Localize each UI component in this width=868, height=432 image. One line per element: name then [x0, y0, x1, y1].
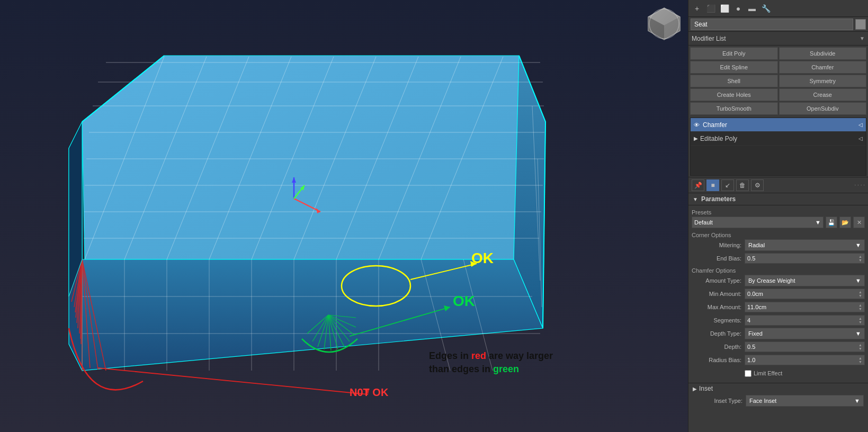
btn-symmetry[interactable]: Symmetry — [779, 75, 867, 87]
move-up-button[interactable]: ↙ — [721, 179, 734, 191]
camera-icon[interactable]: ▬ — [747, 4, 757, 13]
editable-poly-pin-icon[interactable]: ◁ — [858, 136, 863, 141]
mitering-label: Mitering: — [692, 242, 745, 248]
inset-header: ▶ Inset — [688, 383, 868, 394]
amount-type-row: Amount Type: By Crease Weight ▼ — [692, 275, 865, 286]
amount-type-dropdown[interactable]: By Crease Weight ▼ — [745, 275, 865, 286]
stack-item-editable-poly[interactable]: ▶ Editable Poly ◁ — [691, 132, 866, 146]
stack-item-chamfer[interactable]: 👁 Chamfer ◁ — [691, 118, 866, 132]
parameters-arrow-icon: ▼ — [693, 196, 698, 202]
radius-bias-down[interactable]: ▼ — [858, 360, 862, 364]
segments-label: Segments: — [692, 317, 745, 323]
modifier-active-button[interactable]: ■ — [706, 179, 719, 191]
min-amount-label: Min Amount: — [692, 291, 745, 297]
mitering-dropdown[interactable]: Radial ▼ — [745, 239, 865, 251]
chamfer-pin-icon[interactable]: ◁ — [858, 122, 863, 128]
radius-bias-label: Radius Bias: — [692, 357, 745, 363]
presets-delete-btn[interactable]: ✕ — [853, 217, 865, 228]
modifier-list-arrow: ▼ — [860, 35, 865, 41]
parameters-label: Parameters — [701, 195, 736, 203]
object-color-swatch[interactable] — [855, 19, 866, 30]
svg-marker-1 — [82, 56, 545, 259]
mitering-row: Mitering: Radial ▼ — [692, 239, 865, 251]
max-amount-input[interactable]: 11.0cm ▲ ▼ — [745, 302, 865, 312]
object-name-input[interactable] — [691, 19, 853, 30]
presets-label: Presets — [692, 208, 865, 217]
chamfer-eye-icon[interactable]: 👁 — [694, 122, 700, 128]
min-amount-up[interactable]: ▲ — [858, 290, 862, 294]
limit-effect-row: Limit Effect — [692, 367, 865, 379]
stack-toolbar: 📌 ■ ↙ 🗑 ⚙ · · · · — [688, 177, 868, 193]
modifier-stack: 👁 Chamfer ◁ ▶ Editable Poly ◁ — [690, 118, 866, 176]
btn-chamfer[interactable]: Chamfer — [779, 61, 867, 74]
end-bias-down[interactable]: ▼ — [858, 258, 862, 262]
segments-up[interactable]: ▲ — [858, 317, 862, 320]
presets-save-btn[interactable]: 💾 — [826, 217, 837, 228]
configure-button[interactable]: ⚙ — [751, 179, 764, 191]
object-name-bar — [688, 17, 868, 32]
modifier-list-label: Modifier List — [692, 35, 860, 42]
pin-button[interactable]: 📌 — [692, 179, 704, 191]
nav-cube[interactable] — [646, 5, 683, 42]
inset-section: ▶ Inset Inset Type: Face Inset ▼ — [688, 383, 868, 408]
parameters-section-header[interactable]: ▼ Parameters — [688, 193, 868, 205]
stack-item-editable-poly-label: Editable Poly — [700, 135, 737, 142]
wrench-icon[interactable]: 🔧 — [760, 4, 771, 13]
presets-dropdown[interactable]: Default ▼ — [692, 217, 824, 228]
viewport[interactable]: OK OK N0T OK Edges in red are way larger… — [0, 0, 688, 432]
3d-viewport-canvas — [0, 0, 688, 432]
radius-bias-up[interactable]: ▲ — [858, 356, 862, 360]
btn-edit-spline[interactable]: Edit Spline — [690, 61, 778, 74]
btn-create-holes[interactable]: Create Holes — [690, 88, 778, 101]
end-bias-up[interactable]: ▲ — [858, 255, 862, 258]
btn-opensubdiv[interactable]: OpenSubdiv — [779, 102, 867, 115]
depth-label: Depth: — [692, 344, 745, 350]
right-panel: + ⬛ ⬜ ● ▬ 🔧 Modifier List ▼ Edit Poly Su… — [688, 0, 868, 432]
modifier-grid: Edit Poly Subdivide Edit Spline Chamfer … — [688, 46, 868, 116]
min-amount-input[interactable]: 0.0cm ▲ ▼ — [745, 289, 865, 299]
depth-down[interactable]: ▼ — [858, 347, 862, 350]
segments-row: Segments: 4 ▲ ▼ — [692, 314, 865, 326]
radius-bias-row: Radius Bias: 1.0 ▲ ▼ — [692, 354, 865, 366]
btn-subdivide[interactable]: Subdivide — [779, 47, 867, 60]
delete-modifier-button[interactable]: 🗑 — [736, 179, 749, 191]
depth-up[interactable]: ▲ — [858, 343, 862, 347]
inset-type-dropdown[interactable]: Face Inset ▼ — [746, 395, 864, 407]
btn-turbosmooth[interactable]: TurboSmooth — [690, 102, 778, 115]
max-amount-label: Max Amount: — [692, 304, 745, 310]
max-amount-up[interactable]: ▲ — [858, 303, 862, 307]
radius-bias-input[interactable]: 1.0 ▲ ▼ — [745, 355, 865, 365]
top-toolbar: + ⬛ ⬜ ● ▬ 🔧 — [688, 0, 868, 17]
select-rect-icon[interactable]: ⬛ — [705, 4, 716, 13]
inset-type-row: Inset Type: Face Inset ▼ — [688, 394, 868, 408]
end-bias-input[interactable]: 0.5 ▲ ▼ — [745, 253, 865, 264]
btn-crease[interactable]: Crease — [779, 88, 867, 101]
presets-load-btn[interactable]: 📂 — [839, 217, 851, 228]
inset-section-label: Inset — [699, 385, 713, 392]
limit-effect-checkbox[interactable] — [745, 370, 751, 377]
min-amount-down[interactable]: ▼ — [858, 294, 862, 298]
select-icon[interactable]: ⬜ — [719, 4, 730, 13]
stack-item-chamfer-label: Chamfer — [703, 121, 727, 129]
end-bias-row: End Bias: 0.5 ▲ ▼ — [692, 253, 865, 264]
modifier-list-bar[interactable]: Modifier List ▼ — [688, 32, 868, 46]
sphere-icon[interactable]: ● — [733, 4, 744, 13]
depth-type-row: Depth Type: Fixed ▼ — [692, 328, 865, 339]
segments-down[interactable]: ▼ — [858, 320, 862, 324]
stack-dots: · · · · — [855, 182, 865, 188]
add-icon[interactable]: + — [692, 4, 702, 13]
max-amount-down[interactable]: ▼ — [858, 307, 862, 311]
max-amount-row: Max Amount: 11.0cm ▲ ▼ — [692, 301, 865, 313]
amount-type-label: Amount Type: — [692, 277, 745, 284]
corner-options-label: Corner Options — [692, 230, 865, 239]
min-amount-row: Min Amount: 0.0cm ▲ ▼ — [692, 288, 865, 300]
params-content: Presets Default ▼ 💾 📂 ✕ Corner Options M… — [688, 205, 868, 383]
depth-type-dropdown[interactable]: Fixed ▼ — [745, 328, 865, 339]
btn-shell[interactable]: Shell — [690, 75, 778, 87]
depth-input[interactable]: 0.5 ▲ ▼ — [745, 341, 865, 352]
depth-type-label: Depth Type: — [692, 330, 745, 337]
end-bias-label: End Bias: — [692, 255, 745, 262]
inset-type-label: Inset Type: — [693, 398, 746, 404]
segments-input[interactable]: 4 ▲ ▼ — [745, 315, 865, 326]
btn-edit-poly[interactable]: Edit Poly — [690, 47, 778, 60]
